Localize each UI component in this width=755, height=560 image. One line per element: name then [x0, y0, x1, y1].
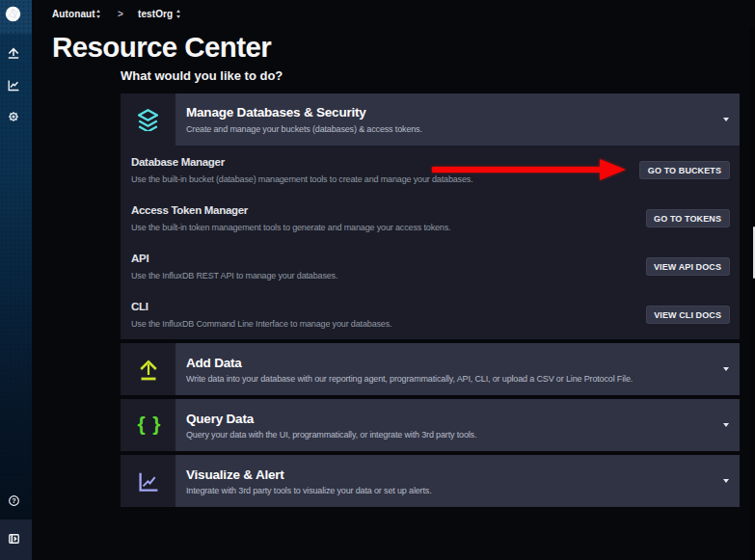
svg-text:?: ? [12, 496, 15, 505]
